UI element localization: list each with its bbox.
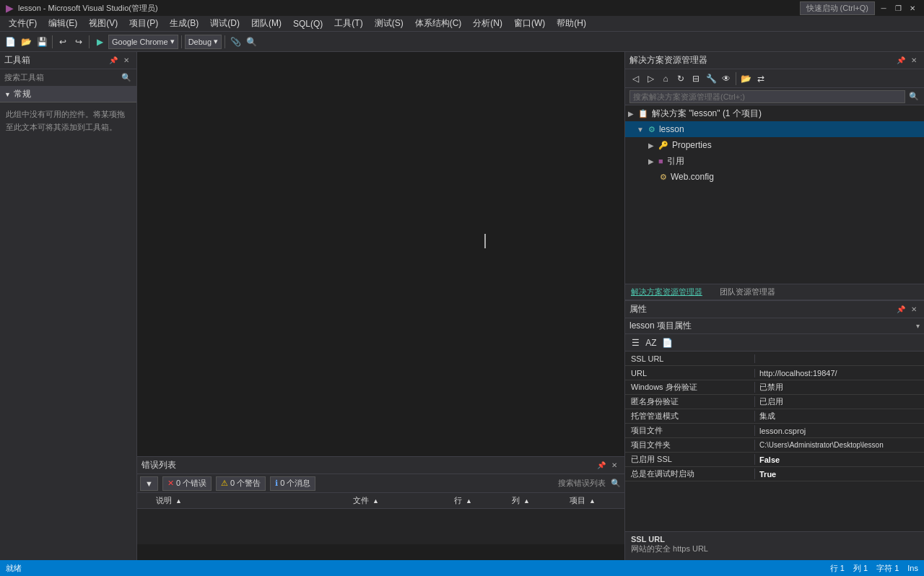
se-collapse-button[interactable]: ⊟: [689, 71, 703, 86]
col-desc-header[interactable]: 说明 ▲: [152, 495, 350, 506]
vs-logo-icon: ▶: [6, 2, 14, 14]
prop-footer: SSL URL 网站的安全 https URL: [625, 531, 924, 560]
title-bar: ▶ lesson - Microsoft Visual Studio(管理员) …: [0, 0, 924, 16]
restore-button[interactable]: ❐: [892, 2, 904, 14]
debug-dropdown[interactable]: Debug ▾: [185, 35, 222, 49]
col-col-header[interactable]: 列 ▲: [509, 495, 567, 506]
start-debug-icon[interactable]: ▶: [92, 35, 107, 49]
messages-filter-button[interactable]: ℹ 0 个消息: [270, 476, 315, 491]
se-pin-button[interactable]: 📌: [895, 55, 907, 66]
undo-button[interactable]: ↩: [56, 35, 70, 49]
menu-item-menu-file[interactable]: 文件(F): [3, 16, 43, 31]
props-icon: 🔑: [658, 141, 668, 150]
prop-val-anon-auth: 已启用: [755, 396, 924, 407]
zoom-button[interactable]: 🔍: [244, 35, 258, 49]
close-button[interactable]: ✕: [907, 2, 918, 14]
prop-pin-button[interactable]: 📌: [895, 304, 907, 315]
prop-close-button[interactable]: ✕: [908, 304, 920, 315]
solution-root-item[interactable]: ▶ 📋 解决方案 "lesson" (1 个项目): [625, 105, 924, 121]
project-item[interactable]: ▼ ⚙ lesson: [625, 121, 924, 137]
error-list-search-icon[interactable]: 🔍: [610, 478, 622, 489]
solution-expand-icon: ▶: [628, 110, 634, 118]
minimize-button[interactable]: ─: [878, 2, 889, 14]
messages-count: 0 个消息: [280, 478, 310, 489]
prop-category-button[interactable]: ☰: [628, 336, 642, 350]
se-close-button[interactable]: ✕: [908, 55, 920, 66]
prop-footer-desc: 网站的安全 https URL: [631, 544, 918, 554]
toolbox-close-button[interactable]: ✕: [121, 55, 132, 66]
save-button[interactable]: 💾: [35, 35, 49, 49]
sort-icon-5: ▲: [589, 497, 596, 505]
browser-dropdown[interactable]: Google Chrome ▾: [108, 35, 178, 49]
properties-label: Properties: [672, 140, 712, 150]
se-tab-solution[interactable]: 解决方案资源管理器: [625, 285, 708, 299]
warnings-count: 0 个警告: [230, 478, 261, 489]
col-file-header[interactable]: 文件 ▲: [350, 495, 451, 506]
se-tab-team[interactable]: 团队资源管理器: [714, 285, 781, 299]
prop-page-button[interactable]: 📄: [660, 336, 674, 350]
status-right: 行 1 列 1 字符 1 Ins: [830, 563, 918, 574]
browser-dropdown-arrow: ▾: [170, 37, 175, 46]
se-show-all-button[interactable]: 👁: [719, 71, 733, 86]
webconfig-item[interactable]: ⚙ Web.config: [625, 169, 924, 185]
menu-item-menu-sql[interactable]: SQL(Q): [287, 17, 328, 30]
error-list-pin-button[interactable]: 📌: [596, 460, 607, 471]
se-header: 解决方案资源管理器 📌 ✕: [625, 52, 924, 69]
error-list-close-button[interactable]: ✕: [609, 460, 620, 471]
se-properties-button[interactable]: 🔧: [704, 71, 718, 86]
menu-item-menu-edit[interactable]: 编辑(E): [43, 16, 83, 31]
errors-filter-button[interactable]: ✕ 0 个错误: [162, 476, 212, 491]
se-sync-button[interactable]: ⇄: [754, 71, 768, 86]
col-proj-header[interactable]: 项目 ▲: [567, 495, 624, 506]
se-filter-button[interactable]: 📂: [738, 71, 753, 86]
prop-alpha-button[interactable]: AZ: [644, 336, 658, 350]
prop-subject: lesson 项目属性 ▾: [625, 318, 924, 334]
menu-item-menu-test[interactable]: 测试(S): [369, 16, 409, 31]
toolbar-separator-3: [181, 35, 182, 48]
se-back-button[interactable]: ◁: [628, 71, 642, 86]
toolbox-search-icon[interactable]: 🔍: [121, 72, 132, 84]
se-home-button[interactable]: ⌂: [658, 71, 673, 86]
warnings-filter-button[interactable]: ⚠ 0 个警告: [216, 476, 266, 491]
menu-item-menu-build[interactable]: 生成(B): [164, 16, 204, 31]
toolbox-search: 搜索工具箱 🔍: [0, 69, 136, 87]
toolbar-separator-2: [89, 35, 90, 48]
references-item[interactable]: ▶ ■ 引用: [625, 153, 924, 169]
prop-row-proj-folder: 项目文件夹 C:\Users\Administrator\Desktop\les…: [625, 438, 924, 453]
menu-item-menu-analyze[interactable]: 分析(N): [467, 16, 508, 31]
prop-key-debug-launch: 总是在调试时启动: [625, 468, 755, 479]
prop-val-debug-launch: True: [755, 470, 924, 479]
prop-key-anon-auth: 匿名身份验证: [625, 396, 755, 407]
menu-item-menu-arch[interactable]: 体系结构(C): [409, 16, 468, 31]
prop-toolbar: ☰ AZ 📄: [625, 334, 924, 352]
toolbox-pin-button[interactable]: 📌: [108, 55, 119, 66]
attach-button[interactable]: 📎: [228, 35, 243, 49]
menu-item-menu-tools[interactable]: 工具(T): [328, 16, 368, 31]
col-row-header[interactable]: 行 ▲: [451, 495, 509, 506]
se-forward-button[interactable]: ▷: [643, 71, 658, 86]
toolbox-section-header[interactable]: ▼ 常规: [0, 87, 136, 102]
se-search-input[interactable]: [629, 90, 905, 103]
open-button[interactable]: 📂: [19, 35, 33, 49]
new-project-button[interactable]: 📄: [3, 35, 17, 49]
se-search-icon[interactable]: 🔍: [908, 91, 920, 102]
quick-launch-input[interactable]: 快速启动 (Ctrl+Q): [800, 1, 875, 15]
project-expand-icon: ▼: [637, 126, 644, 134]
editor-area[interactable]: 错误列表 📌 ✕ ▼ ✕ 0 个错误 ⚠ 0 个警告: [137, 52, 624, 560]
toolbox-panel: 工具箱 📌 ✕ 搜索工具箱 🔍 ▼ 常规 此组中没有可用的控件。将某项拖至此文本…: [0, 52, 137, 560]
filter-button[interactable]: ▼: [140, 476, 158, 491]
title-bar-left: ▶ lesson - Microsoft Visual Studio(管理员): [6, 2, 158, 14]
sort-icon: ▲: [175, 497, 182, 505]
se-refresh-button[interactable]: ↻: [674, 71, 688, 86]
menu-item-menu-view[interactable]: 视图(V): [83, 16, 123, 31]
prop-val-ssl-enabled: False: [755, 455, 924, 464]
menu-item-menu-help[interactable]: 帮助(H): [551, 16, 592, 31]
menu-item-menu-project[interactable]: 项目(P): [123, 16, 164, 31]
toolbox-title: 工具箱: [4, 54, 30, 66]
menu-item-menu-window[interactable]: 窗口(W): [508, 16, 551, 31]
menu-item-menu-debug[interactable]: 调试(D): [204, 16, 245, 31]
menu-item-menu-team[interactable]: 团队(M): [245, 16, 287, 31]
properties-item[interactable]: ▶ 🔑 Properties: [625, 137, 924, 153]
prop-row-pipeline: 托管管道模式 集成: [625, 409, 924, 424]
redo-button[interactable]: ↪: [71, 35, 86, 49]
